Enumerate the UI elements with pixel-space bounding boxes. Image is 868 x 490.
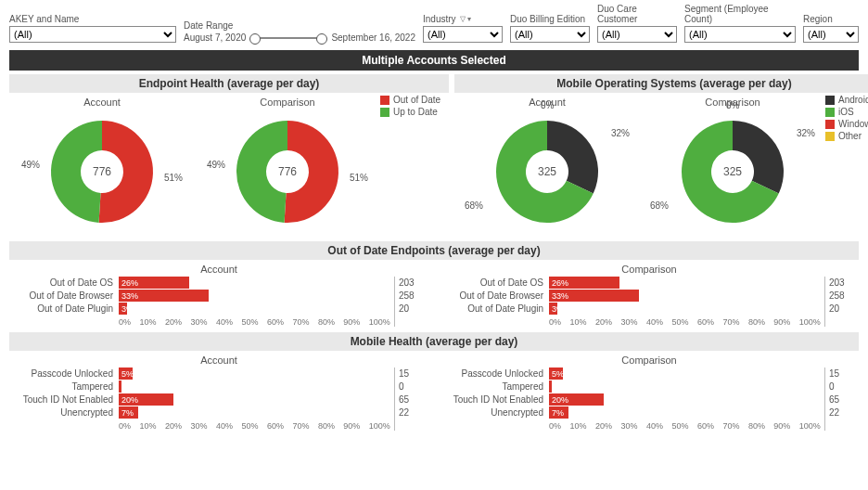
filter-label-date: Date Range	[184, 20, 415, 31]
donut-center-value: 776	[227, 111, 348, 232]
donut-pct-label: 0%	[726, 100, 739, 110]
bar-count: 15	[399, 368, 428, 380]
bar-count: 65	[399, 393, 428, 406]
section-title-mh: Mobile Health (average per day)	[9, 332, 859, 351]
donut-pct-label: 51%	[164, 173, 183, 183]
filter-label-akey: AKEY and Name	[9, 14, 176, 24]
legend-swatch	[825, 132, 835, 141]
bar-count: 22	[399, 406, 428, 419]
legend-swatch	[825, 108, 835, 117]
legend-item: Windows	[825, 119, 868, 129]
bar-category-label: Tampered	[72, 380, 113, 393]
bar-fill: 26%	[119, 277, 189, 289]
bar-count: 65	[829, 393, 859, 406]
bar-count: 22	[829, 406, 859, 419]
bar-count: 0	[829, 380, 859, 393]
bar-fill: 7%	[119, 406, 138, 419]
section-title-ood: Out of Date Endpoints (average per day)	[9, 241, 859, 260]
bar-track: 5%	[549, 368, 821, 380]
bar-fill: 0%	[119, 380, 121, 393]
bar-panel-comparison: ComparisonPasscode UnlockedTamperedTouch…	[440, 353, 859, 431]
legend-endpoint: Out of DateUp to Date	[380, 93, 449, 117]
bar-category-label: Passcode Unlocked	[462, 368, 543, 380]
date-slider[interactable]: August 7, 2020 September 16, 2022	[184, 32, 415, 43]
bar-category-label: Out of Date Plugin	[37, 303, 113, 315]
donut-center-value: 325	[672, 111, 793, 232]
bar-axis: 0%10%20%30%40%50%60%70%80%90%100%	[549, 419, 821, 431]
bar-count: 258	[829, 290, 859, 302]
sort-icon[interactable]: ▽ ▾	[460, 15, 471, 23]
bar-category-label: Touch ID Not Enabled	[453, 393, 543, 406]
filter-label-care: Duo Care Customer	[597, 4, 677, 24]
donut-pct-label: 51%	[350, 173, 368, 183]
donut-account: Account3250%32%68%	[454, 97, 640, 232]
bar-count: 203	[399, 277, 428, 289]
bar-category-label: Out of Date Plugin	[467, 303, 543, 315]
legend-label: Android	[838, 95, 868, 105]
legend-swatch	[825, 120, 835, 129]
bar-fill: 5%	[119, 368, 133, 380]
filter-label-industry: Industry	[423, 14, 456, 24]
donut-account: Account77649%51%	[9, 97, 195, 232]
bar-axis: 0%10%20%30%40%50%60%70%80%90%100%	[119, 316, 390, 327]
bar-count: 0	[399, 380, 428, 393]
donut-comparison: Comparison77649%51%	[195, 97, 380, 232]
legend-label: iOS	[838, 107, 854, 117]
legend-label: Other	[838, 131, 862, 141]
donut-chart: 77649%51%	[42, 111, 162, 232]
legend-item: Android	[825, 95, 868, 105]
bar-track: 3%	[119, 303, 390, 315]
donut-subhead: Account	[83, 97, 121, 108]
bar-track: 3%	[549, 303, 821, 315]
bar-category-label: Passcode Unlocked	[32, 368, 113, 380]
donut-chart: 3250%32%68%	[487, 111, 607, 232]
panel-endpoint-health: Endpoint Health (average per day) Accoun…	[9, 74, 449, 239]
bar-subhead: Comparison	[440, 353, 859, 368]
filter-bar: AKEY and Name (All) Date Range August 7,…	[0, 0, 868, 48]
bar-category-label: Out of Date OS	[50, 277, 113, 289]
bar-track: 7%	[549, 406, 821, 419]
bar-fill: 33%	[119, 290, 209, 302]
bar-category-label: Out of Date Browser	[459, 290, 543, 302]
bar-panel-account: AccountOut of Date OSOut of Date Browser…	[9, 262, 428, 327]
bar-panel-comparison: ComparisonOut of Date OSOut of Date Brow…	[440, 262, 859, 327]
filter-care[interactable]: (All)	[597, 26, 677, 43]
donut-chart: 77649%51%	[227, 111, 348, 232]
donut-center-value: 325	[487, 111, 607, 232]
bar-category-label: Out of Date Browser	[29, 290, 113, 302]
bar-track: 26%	[119, 277, 390, 289]
filter-region[interactable]: (All)	[803, 26, 859, 43]
bar-fill: 3%	[549, 303, 557, 315]
legend-item: Other	[825, 131, 868, 141]
banner-multiple-accounts: Multiple Accounts Selected	[9, 50, 859, 71]
filter-segment[interactable]: (All)	[684, 26, 796, 43]
filter-label-segment: Segment (Employee Count)	[684, 4, 796, 24]
date-end: September 16, 2022	[331, 32, 415, 43]
bar-category-label: Out of Date OS	[480, 277, 543, 289]
bar-fill: 3%	[119, 303, 127, 315]
bar-track: 20%	[119, 393, 390, 406]
filter-label-region: Region	[803, 14, 859, 24]
bar-track: 5%	[119, 368, 390, 380]
bar-category-label: Unencrypted	[60, 406, 113, 419]
bar-category-label: Tampered	[503, 380, 543, 393]
donut-pct-label: 0%	[541, 100, 554, 110]
bar-track: 0%	[549, 380, 821, 393]
filter-billing[interactable]: (All)	[510, 26, 590, 43]
donut-chart: 3250%32%68%	[672, 111, 793, 232]
filter-industry[interactable]: (All)	[423, 26, 503, 43]
bar-panel-account: AccountPasscode UnlockedTamperedTouch ID…	[9, 353, 428, 431]
panel-mobile-os: Mobile Operating Systems (average per da…	[454, 74, 868, 239]
bar-fill: 0%	[549, 380, 552, 393]
bar-count: 20	[399, 303, 428, 315]
bar-fill: 20%	[119, 393, 173, 406]
legend-label: Out of Date	[393, 95, 440, 105]
filter-label-billing: Duo Billing Edition	[510, 14, 590, 24]
filter-akey[interactable]: (All)	[9, 26, 176, 43]
bar-track: 33%	[119, 290, 390, 302]
bar-track: 20%	[549, 393, 821, 406]
donut-subhead: Comparison	[260, 97, 314, 108]
bar-count: 20	[829, 303, 859, 315]
legend-mobile: AndroidiOSWindowsOther	[825, 93, 868, 141]
bar-fill: 5%	[549, 368, 563, 380]
